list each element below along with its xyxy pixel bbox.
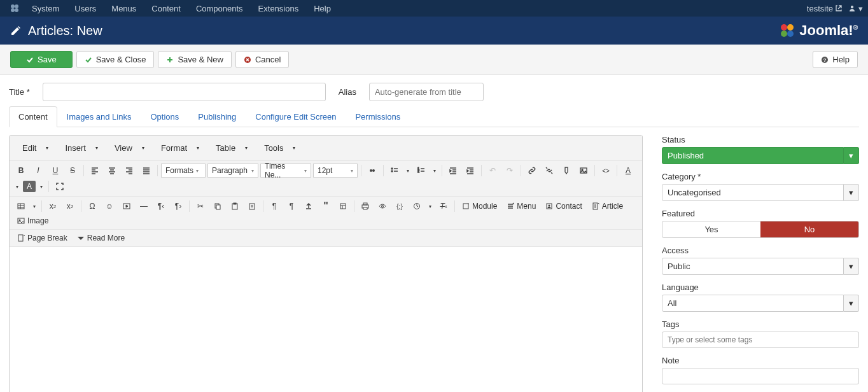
- show-invisible-right-icon[interactable]: ¶: [284, 199, 299, 213]
- paste-text-icon[interactable]: [244, 199, 260, 213]
- menu-menus[interactable]: Menus: [104, 1, 144, 17]
- clear-format-icon[interactable]: Tx: [436, 199, 451, 213]
- menu-system[interactable]: System: [24, 1, 67, 17]
- bold-icon[interactable]: B: [13, 164, 29, 178]
- insert-contact-button[interactable]: Contact: [542, 200, 585, 212]
- editor-menu-tools[interactable]: Tools▾: [256, 138, 303, 158]
- hr-icon[interactable]: —: [136, 199, 151, 213]
- status-select[interactable]: Published ▾: [662, 147, 859, 164]
- superscript-icon[interactable]: x2: [62, 199, 78, 213]
- menu-users[interactable]: Users: [67, 1, 104, 17]
- editor-menu-table[interactable]: Table▾: [208, 138, 255, 158]
- special-char-icon[interactable]: Ω: [85, 199, 100, 213]
- insert-menu-button[interactable]: Menu: [503, 200, 540, 212]
- undo-icon[interactable]: ↶: [485, 164, 500, 178]
- language-select[interactable]: All ▾: [662, 295, 859, 312]
- code-sample-icon[interactable]: {;}: [392, 199, 407, 213]
- table-dropdown-icon[interactable]: ▾: [31, 199, 38, 213]
- align-left-icon[interactable]: [87, 164, 102, 178]
- insert-image-button[interactable]: Image: [13, 215, 52, 227]
- number-list-icon[interactable]: 12: [414, 164, 429, 178]
- strikethrough-icon[interactable]: S: [65, 164, 80, 178]
- align-justify-icon[interactable]: [139, 164, 154, 178]
- italic-icon[interactable]: I: [31, 164, 46, 178]
- editor-menu-view[interactable]: View▾: [107, 138, 152, 158]
- blockquote-icon[interactable]: ": [318, 199, 333, 213]
- tab-content[interactable]: Content: [9, 106, 57, 127]
- rtl-icon[interactable]: ¶›: [171, 199, 186, 213]
- tab-images-links[interactable]: Images and Links: [57, 106, 141, 127]
- save-button[interactable]: Save: [10, 51, 73, 68]
- paste-icon[interactable]: [227, 199, 242, 213]
- media-icon[interactable]: [119, 199, 134, 213]
- tab-options[interactable]: Options: [141, 106, 188, 127]
- site-link[interactable]: testsite: [807, 4, 842, 13]
- help-button[interactable]: ? Help: [813, 51, 858, 68]
- editor-menu-insert[interactable]: Insert▾: [57, 138, 106, 158]
- text-color-dropdown-icon[interactable]: ▾: [13, 179, 21, 193]
- anchor-icon[interactable]: [559, 164, 574, 178]
- bullet-list-dropdown-icon[interactable]: ▾: [404, 164, 412, 178]
- note-input[interactable]: [662, 368, 859, 384]
- link-icon[interactable]: [524, 164, 540, 178]
- page-break-button[interactable]: Page Break: [13, 232, 71, 244]
- tags-input[interactable]: [662, 332, 859, 348]
- align-right-icon[interactable]: [122, 164, 137, 178]
- menu-content[interactable]: Content: [144, 1, 188, 17]
- source-code-icon[interactable]: <>: [598, 164, 613, 178]
- tab-configure-edit-screen[interactable]: Configure Edit Screen: [246, 106, 346, 127]
- user-menu[interactable]: ▾: [848, 4, 863, 13]
- upload-icon[interactable]: [301, 199, 316, 213]
- paragraph-select[interactable]: Paragraph▾: [207, 164, 258, 178]
- bg-color-dropdown-icon[interactable]: ▾: [38, 179, 45, 193]
- datetime-icon[interactable]: [409, 199, 424, 213]
- menu-help[interactable]: Help: [306, 1, 339, 17]
- editor-content-area[interactable]: [10, 247, 642, 392]
- find-replace-icon[interactable]: [365, 164, 380, 178]
- bullet-list-icon[interactable]: [387, 164, 402, 178]
- read-more-button[interactable]: Read More: [73, 232, 129, 244]
- cancel-button[interactable]: Cancel: [235, 51, 289, 68]
- image-icon[interactable]: [576, 164, 591, 178]
- tab-publishing[interactable]: Publishing: [188, 106, 246, 127]
- bg-color-icon[interactable]: A: [23, 181, 36, 192]
- menu-extensions[interactable]: Extensions: [251, 1, 307, 17]
- category-select[interactable]: Uncategorised ▾: [662, 184, 859, 201]
- save-new-button[interactable]: Save & New: [158, 51, 232, 68]
- number-list-dropdown-icon[interactable]: ▾: [431, 164, 438, 178]
- ltr-icon[interactable]: ¶‹: [153, 199, 169, 213]
- font-select[interactable]: Times Ne...▾: [260, 164, 311, 178]
- show-invisible-left-icon[interactable]: ¶: [267, 199, 282, 213]
- template-icon[interactable]: [335, 199, 351, 213]
- insert-module-button[interactable]: Module: [458, 200, 501, 212]
- preview-icon[interactable]: [375, 199, 390, 213]
- font-size-select[interactable]: 12pt▾: [313, 164, 358, 178]
- fullscreen-icon[interactable]: [52, 179, 67, 193]
- featured-no-button[interactable]: No: [760, 221, 858, 237]
- print-icon[interactable]: [358, 199, 373, 213]
- text-color-icon[interactable]: A: [620, 164, 636, 178]
- copy-icon[interactable]: [210, 199, 225, 213]
- access-select[interactable]: Public ▾: [662, 258, 859, 275]
- datetime-dropdown-icon[interactable]: ▾: [426, 199, 434, 213]
- tab-permissions[interactable]: Permissions: [346, 106, 410, 127]
- underline-icon[interactable]: U: [48, 164, 63, 178]
- alias-input[interactable]: [369, 83, 484, 101]
- joomla-icon[interactable]: [5, 1, 24, 17]
- featured-yes-button[interactable]: Yes: [662, 221, 760, 237]
- title-input[interactable]: [43, 83, 326, 101]
- save-close-button[interactable]: Save & Close: [76, 51, 155, 68]
- editor-menu-format[interactable]: Format▾: [153, 138, 207, 158]
- formats-select[interactable]: Formats▾: [161, 164, 206, 178]
- subscript-icon[interactable]: x2: [45, 199, 60, 213]
- emoji-icon[interactable]: ☺: [102, 199, 117, 213]
- table-icon[interactable]: [13, 199, 29, 213]
- unlink-icon[interactable]: [542, 164, 557, 178]
- cut-icon[interactable]: ✂: [193, 199, 208, 213]
- editor-menu-edit[interactable]: Edit▾: [15, 138, 56, 158]
- outdent-icon[interactable]: [445, 164, 461, 178]
- menu-components[interactable]: Components: [188, 1, 251, 17]
- indent-icon[interactable]: [463, 164, 478, 178]
- align-center-icon[interactable]: [104, 164, 120, 178]
- insert-article-button[interactable]: Article: [588, 200, 627, 212]
